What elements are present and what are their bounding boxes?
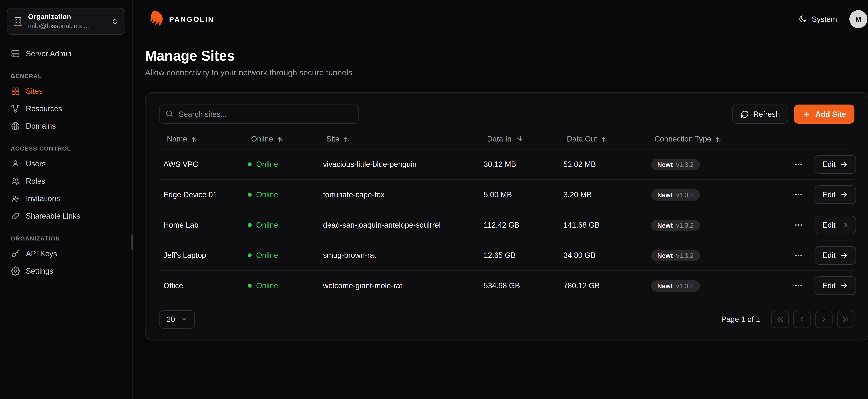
sidebar-item-shareable-links[interactable]: Shareable Links [7, 207, 125, 225]
online-label: Online [256, 221, 278, 229]
edit-button[interactable]: Edit [814, 216, 856, 235]
row-menu-button[interactable] [792, 157, 806, 172]
page-content: Manage Sites Allow connectivity to your … [133, 36, 868, 340]
site-data-out: 141.68 GB [559, 221, 647, 229]
connection-type-name: Newt [657, 191, 673, 198]
waypoints-icon [10, 104, 20, 114]
user-plus-icon [10, 194, 20, 203]
connection-type-version: v1.3.2 [676, 282, 693, 289]
sort-icon [516, 135, 523, 143]
table-row: Home Lab Online dead-san-joaquin-antelop… [159, 210, 855, 240]
row-menu-button[interactable] [792, 218, 806, 232]
refresh-button[interactable]: Refresh [732, 104, 788, 124]
row-menu-button[interactable] [792, 188, 806, 202]
column-header-connection-type[interactable]: Connection Type [647, 133, 787, 149]
row-actions: Edit [787, 276, 862, 295]
site-data-out: 34.80 GB [559, 251, 647, 259]
row-actions: Edit [787, 155, 862, 174]
last-page-button[interactable] [837, 311, 855, 328]
table-row: Edge Device 01 Online fortunate-cape-fox… [159, 179, 855, 210]
org-switcher[interactable]: Organization milo@fossorial.io's ... [7, 8, 125, 35]
site-name: AWS VPC [159, 160, 243, 168]
column-label: Connection Type [654, 135, 711, 144]
chevron-right-icon [819, 315, 828, 324]
sidebar-item-label: Sites [26, 87, 43, 96]
user-icon [10, 159, 20, 168]
column-header-site[interactable]: Site [318, 133, 479, 149]
sidebar-item-api-keys[interactable]: API Keys [7, 245, 125, 263]
sidebar-item-settings[interactable]: Settings [7, 263, 125, 280]
search-input[interactable] [159, 104, 359, 124]
sidebar-item-roles[interactable]: Roles [7, 173, 125, 190]
column-header-name[interactable]: Name [159, 133, 243, 149]
sidebar: Organization milo@fossorial.io's ... Ser… [0, 0, 133, 399]
connection-type-badge: Newt v1.3.2 [651, 189, 700, 201]
toolbar-actions: Refresh Add Site [732, 104, 855, 124]
row-menu-button[interactable] [792, 248, 806, 263]
site-slug: vivacious-little-blue-penguin [318, 160, 479, 168]
edit-button[interactable]: Edit [814, 276, 856, 295]
sidebar-item-label: Settings [26, 267, 53, 275]
theme-toggle[interactable]: System [798, 14, 837, 24]
org-switcher-subtitle: milo@fossorial.io's ... [28, 22, 106, 30]
page-size-select[interactable]: 20 [159, 310, 195, 329]
online-label: Online [256, 251, 278, 259]
table-row: AWS VPC Online vivacious-little-blue-pen… [159, 149, 855, 179]
sites-panel: Refresh Add Site Name Online [145, 92, 868, 340]
column-label: Name [167, 135, 187, 144]
pagination: Page 1 of 1 [721, 311, 855, 328]
sidebar-item-invitations[interactable]: Invitations [7, 190, 125, 207]
sidebar-item-users[interactable]: Users [7, 155, 125, 173]
sidebar-section-access-control: Access Control [7, 145, 125, 152]
edit-button[interactable]: Edit [814, 185, 856, 204]
sites-toolbar: Refresh Add Site [159, 104, 855, 124]
site-slug: welcome-giant-mole-rat [318, 281, 479, 290]
row-menu-button[interactable] [792, 279, 806, 293]
site-status: Online [243, 190, 318, 199]
connection-type-name: Newt [657, 252, 673, 259]
edit-button[interactable]: Edit [814, 155, 856, 174]
add-site-button[interactable]: Add Site [794, 104, 855, 124]
connection-type-name: Newt [657, 282, 673, 289]
chevron-left-icon [798, 315, 806, 324]
sort-icon [191, 135, 198, 143]
edit-button[interactable]: Edit [814, 246, 856, 265]
site-data-in: 534.98 GB [479, 281, 559, 290]
next-page-button[interactable] [815, 311, 832, 328]
site-data-in: 12.65 GB [479, 251, 559, 259]
sidebar-item-sites[interactable]: Sites [7, 83, 125, 100]
column-header-data-out[interactable]: Data Out [559, 133, 647, 149]
user-avatar[interactable]: M [849, 10, 867, 28]
users-icon [10, 176, 20, 186]
site-connection-type: Newt v1.3.2 [647, 189, 787, 201]
sidebar-item-resources[interactable]: Resources [7, 100, 125, 117]
site-data-in: 112.42 GB [479, 221, 559, 229]
sidebar-item-label: Invitations [26, 194, 60, 203]
arrow-right-icon [840, 160, 848, 168]
sites-table-body: AWS VPC Online vivacious-little-blue-pen… [159, 149, 855, 301]
site-connection-type: Newt v1.3.2 [647, 159, 787, 170]
sidebar-item-server-admin[interactable]: Server Admin [7, 45, 125, 62]
column-header-online[interactable]: Online [243, 133, 318, 149]
first-page-button[interactable] [771, 311, 789, 328]
page-title: Manage Sites [145, 48, 868, 64]
sidebar-item-domains[interactable]: Domains [7, 117, 125, 135]
chevrons-left-icon [776, 315, 784, 324]
plus-icon [802, 110, 811, 118]
table-row: Jeff's Laptop Online smug-brown-rat 12.6… [159, 240, 855, 270]
column-header-data-in[interactable]: Data In [479, 133, 559, 149]
grid-icon [10, 87, 20, 96]
edit-label: Edit [823, 281, 836, 290]
moon-icon [798, 14, 807, 24]
site-connection-type: Newt v1.3.2 [647, 280, 787, 291]
sort-icon [277, 135, 284, 143]
previous-page-button[interactable] [793, 311, 810, 328]
edit-label: Edit [823, 251, 836, 259]
site-slug: dead-san-joaquin-antelope-squirrel [318, 221, 479, 229]
column-label: Data Out [567, 135, 597, 144]
sidebar-scrollbar-thumb[interactable] [131, 235, 133, 250]
column-label: Data In [487, 135, 512, 144]
arrow-right-icon [840, 221, 848, 229]
column-label: Online [251, 135, 273, 144]
online-dot-icon [248, 253, 252, 257]
